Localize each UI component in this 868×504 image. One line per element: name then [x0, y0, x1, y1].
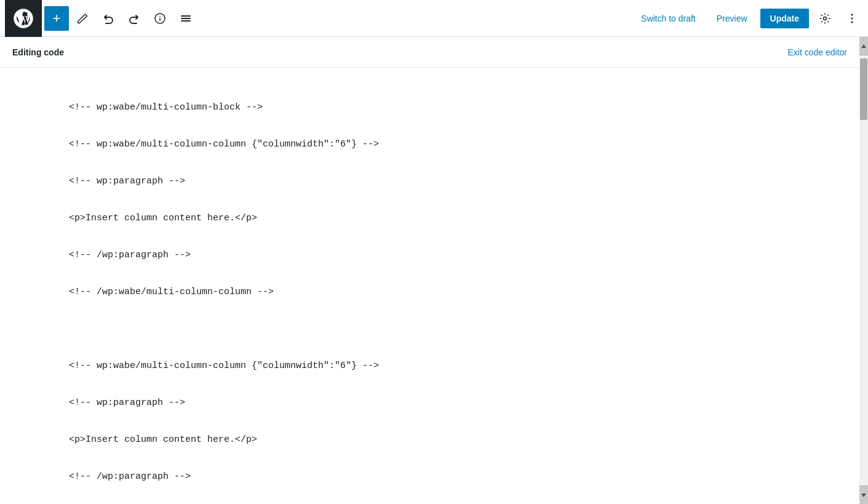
ellipsis-vertical-icon: [846, 12, 858, 25]
switch-to-draft-button[interactable]: Switch to draft: [633, 9, 704, 28]
scrollbar-up-arrow[interactable]: [859, 37, 868, 55]
add-block-button[interactable]: +: [44, 6, 69, 31]
code-editor-panel: Editing code Exit code editor <!-- wp:wa…: [0, 37, 859, 504]
info-icon: [154, 12, 166, 25]
svg-point-9: [851, 21, 853, 23]
scrollbar-thumb[interactable]: [860, 58, 867, 120]
code-editor-header: Editing code Exit code editor: [0, 37, 859, 68]
svg-point-2: [160, 16, 161, 17]
svg-point-8: [851, 17, 853, 19]
list-view-icon: [180, 12, 192, 25]
code-editor-title: Editing code: [12, 47, 64, 57]
info-button[interactable]: [148, 6, 172, 31]
code-editor-content[interactable]: <!-- wp:wabe/multi-column-block --> <!--…: [0, 68, 859, 504]
redo-icon: [128, 12, 140, 25]
code-block: <!-- wp:wabe/multi-column-block --> <!--…: [25, 80, 847, 504]
wp-logo: [5, 0, 42, 37]
right-scrollbar: [859, 37, 868, 504]
redo-button[interactable]: [122, 6, 146, 31]
undo-icon: [102, 12, 114, 25]
more-options-button[interactable]: [841, 7, 863, 30]
exit-code-editor-button[interactable]: Exit code editor: [788, 47, 848, 57]
toolbar: +: [0, 0, 868, 37]
gear-icon: [819, 12, 831, 25]
toolbar-left: +: [44, 6, 633, 31]
svg-point-6: [824, 17, 827, 20]
update-button[interactable]: Update: [760, 9, 809, 28]
edit-button[interactable]: [70, 6, 95, 31]
preview-button[interactable]: Preview: [709, 9, 755, 28]
editor-area: Editing code Exit code editor <!-- wp:wa…: [0, 37, 868, 504]
settings-button[interactable]: [814, 7, 836, 30]
list-view-button[interactable]: [173, 6, 198, 31]
toolbar-right: Switch to draft Preview Update: [633, 7, 863, 30]
pencil-icon: [76, 12, 89, 25]
undo-button[interactable]: [96, 6, 121, 31]
plus-icon: +: [53, 10, 61, 26]
scrollbar-down-arrow[interactable]: [859, 486, 868, 504]
svg-point-7: [851, 14, 853, 15]
